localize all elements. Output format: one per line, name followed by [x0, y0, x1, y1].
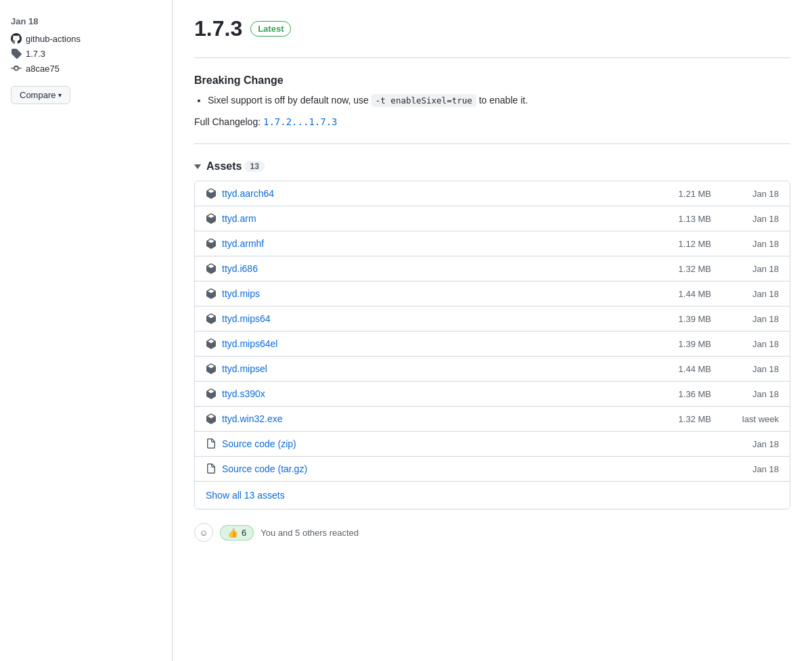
asset-size: 1.32 MB: [644, 414, 711, 424]
add-reaction-button[interactable]: ☺: [194, 523, 213, 542]
asset-name-col: ttyd.mips: [206, 288, 644, 299]
sidebar-tag-item: 1.7.3: [11, 48, 161, 59]
asset-name-link[interactable]: ttyd.armhf: [222, 238, 264, 249]
assets-section: Assets 13 ttyd.aarch641.21 MBJan 18 ttyd…: [194, 160, 790, 509]
asset-size: 1.44 MB: [644, 289, 711, 299]
asset-name-col: Source code (zip): [206, 438, 644, 449]
asset-file-icon: [206, 413, 217, 424]
asset-size: 1.13 MB: [644, 214, 711, 224]
asset-file-icon: [206, 338, 217, 349]
asset-date: Jan 18: [711, 239, 779, 249]
bullet-text-pre: Sixel support is off by default now, use: [208, 95, 371, 106]
asset-date: Jan 18: [711, 364, 779, 374]
sidebar-tag-label: 1.7.3: [26, 49, 45, 59]
table-row: ttyd.mips64el1.39 MBJan 18: [195, 332, 790, 357]
table-row: ttyd.aarch641.21 MBJan 18: [195, 181, 790, 206]
asset-size: 1.12 MB: [644, 239, 711, 249]
asset-size: 1.39 MB: [644, 339, 711, 349]
chevron-down-icon: ▾: [58, 91, 62, 99]
asset-size: 1.32 MB: [644, 264, 711, 274]
asset-date: Jan 18: [711, 389, 779, 399]
asset-name-col: Source code (tar.gz): [206, 463, 644, 474]
asset-date: Jan 18: [711, 264, 779, 274]
asset-name-link[interactable]: ttyd.aarch64: [222, 188, 274, 199]
main-content: 1.7.3 Latest Breaking Change Sixel suppo…: [173, 0, 812, 661]
bullet-text-post: to enable it.: [476, 95, 528, 106]
asset-size: 1.21 MB: [644, 189, 711, 199]
release-note-item: Sixel support is off by default now, use…: [208, 95, 790, 106]
asset-name-col: ttyd.armhf: [206, 238, 644, 249]
latest-badge: Latest: [250, 21, 291, 37]
asset-size: 1.39 MB: [644, 314, 711, 324]
asset-name-link[interactable]: ttyd.mips64el: [222, 338, 277, 349]
breaking-change-title: Breaking Change: [194, 74, 790, 87]
full-changelog-label: Full Changelog: [194, 116, 258, 127]
table-row: ttyd.s390x1.36 MBJan 18: [195, 382, 790, 407]
compare-button[interactable]: Compare ▾: [11, 86, 70, 104]
assets-title-text: Assets: [206, 160, 242, 173]
asset-file-icon: [206, 313, 217, 324]
sidebar-date: Jan 18: [11, 16, 161, 26]
asset-file-icon: [206, 438, 217, 449]
table-row: ttyd.arm1.13 MBJan 18: [195, 206, 790, 231]
release-notes-list: Sixel support is off by default now, use…: [208, 95, 790, 106]
release-header: 1.7.3 Latest: [194, 16, 790, 58]
asset-name-link[interactable]: Source code (tar.gz): [222, 463, 307, 474]
sidebar-author-name: github-actions: [26, 34, 81, 44]
asset-date: Jan 18: [711, 314, 779, 324]
asset-name-col: ttyd.s390x: [206, 388, 644, 399]
asset-name-col: ttyd.arm: [206, 213, 644, 224]
thumbs-up-emoji: 👍: [227, 528, 238, 538]
table-row: ttyd.armhf1.12 MBJan 18: [195, 231, 790, 256]
asset-file-icon: [206, 288, 217, 299]
release-body: Breaking Change Sixel support is off by …: [194, 74, 790, 144]
asset-name-col: ttyd.win32.exe: [206, 413, 644, 424]
thumbs-up-count: 6: [242, 528, 246, 538]
assets-header: Assets 13: [194, 160, 790, 173]
asset-size: 1.44 MB: [644, 364, 711, 374]
asset-name-col: ttyd.aarch64: [206, 188, 644, 199]
asset-name-link[interactable]: ttyd.arm: [222, 213, 256, 224]
assets-table: ttyd.aarch641.21 MBJan 18 ttyd.arm1.13 M…: [194, 181, 790, 509]
assets-triangle-icon: [194, 164, 201, 169]
asset-name-col: ttyd.mipsel: [206, 363, 644, 374]
smiley-icon: ☺: [199, 528, 208, 538]
assets-count-badge: 13: [244, 161, 264, 172]
asset-file-icon: [206, 463, 217, 474]
asset-date: Jan 18: [711, 439, 779, 449]
asset-date: Jan 18: [711, 339, 779, 349]
reactions-bar: ☺ 👍 6 You and 5 others reacted: [194, 523, 790, 542]
asset-name-link[interactable]: ttyd.win32.exe: [222, 413, 283, 424]
full-changelog: Full Changelog: 1.7.2...1.7.3: [194, 116, 790, 127]
asset-file-icon: [206, 188, 217, 199]
asset-name-link[interactable]: Source code (zip): [222, 438, 296, 449]
asset-name-link[interactable]: ttyd.mips: [222, 288, 260, 299]
reaction-description: You and 5 others reacted: [261, 528, 359, 538]
commit-icon: [11, 63, 22, 74]
asset-file-icon: [206, 238, 217, 249]
asset-name-link[interactable]: ttyd.s390x: [222, 388, 265, 399]
asset-name-link[interactable]: ttyd.mips64: [222, 313, 271, 324]
github-icon: [11, 33, 22, 44]
changelog-link[interactable]: 1.7.2...1.7.3: [263, 116, 338, 127]
asset-name-link[interactable]: ttyd.mipsel: [222, 363, 267, 374]
asset-file-icon: [206, 388, 217, 399]
asset-file-icon: [206, 263, 217, 274]
sidebar-commit-label: a8cae75: [26, 64, 60, 74]
asset-name-link[interactable]: ttyd.i686: [222, 263, 258, 274]
sidebar-commit-item: a8cae75: [11, 63, 161, 74]
table-row: ttyd.mipsel1.44 MBJan 18: [195, 357, 790, 382]
asset-name-col: ttyd.mips64: [206, 313, 644, 324]
asset-size: 1.36 MB: [644, 389, 711, 399]
table-row: ttyd.mips641.39 MBJan 18: [195, 306, 790, 332]
release-version: 1.7.3: [194, 16, 242, 41]
asset-name-col: ttyd.mips64el: [206, 338, 644, 349]
asset-date: Jan 18: [711, 189, 779, 199]
table-row: ttyd.win32.exe1.32 MBlast week: [195, 407, 790, 432]
thumbs-up-reaction-button[interactable]: 👍 6: [220, 525, 254, 541]
tag-icon: [11, 48, 22, 59]
show-all-assets-link[interactable]: Show all 13 assets: [206, 490, 285, 501]
asset-date: Jan 18: [711, 464, 779, 474]
asset-date: Jan 18: [711, 214, 779, 224]
assets-title: Assets 13: [194, 160, 265, 173]
